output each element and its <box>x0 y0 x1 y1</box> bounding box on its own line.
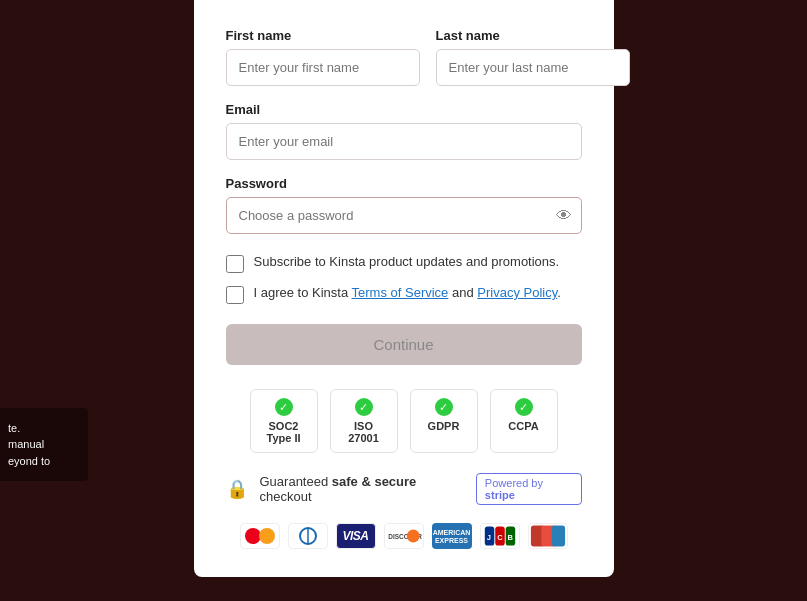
badge-ccpa: ✓ CCPA <box>490 389 558 453</box>
soc2-check-icon: ✓ <box>275 398 293 416</box>
password-input[interactable] <box>226 197 582 234</box>
iso-label: ISO27001 <box>348 420 379 444</box>
badge-soc2: ✓ SOC2Type II <box>250 389 318 453</box>
amex-icon: AMERICAN EXPRESS <box>432 523 472 549</box>
jcb-icon: J C B <box>480 523 520 549</box>
last-name-label: Last name <box>436 28 630 43</box>
secure-text: Guaranteed safe & secure checkout <box>260 474 464 504</box>
password-field: Password 👁 <box>226 176 582 234</box>
last-name-field: Last name <box>436 28 630 86</box>
sidebar-hint: te.manualeyond to <box>0 408 88 482</box>
svg-text:C: C <box>497 533 503 542</box>
email-row: Email <box>226 102 582 160</box>
first-name-label: First name <box>226 28 420 43</box>
svg-point-4 <box>406 530 419 543</box>
svg-text:J: J <box>486 533 490 542</box>
tos-checkbox-row: I agree to Kinsta Terms of Service and P… <box>226 285 582 304</box>
first-name-input[interactable] <box>226 49 420 86</box>
email-field: Email <box>226 102 582 160</box>
subscribe-checkbox-row: Subscribe to Kinsta product updates and … <box>226 254 582 273</box>
password-wrapper: 👁 <box>226 197 582 234</box>
badge-gdpr: ✓ GDPR <box>410 389 478 453</box>
mastercard-icon <box>240 523 280 549</box>
subscribe-checkbox[interactable] <box>226 255 244 273</box>
stripe-badge: Powered by stripe <box>476 473 582 505</box>
gdpr-label: GDPR <box>428 420 460 432</box>
email-input[interactable] <box>226 123 582 160</box>
tos-label[interactable]: I agree to Kinsta Terms of Service and P… <box>254 285 561 300</box>
email-label: Email <box>226 102 582 117</box>
password-label: Password <box>226 176 582 191</box>
ccpa-label: CCPA <box>508 420 538 432</box>
form-card: First name Last name Email Password 👁 Su… <box>194 0 614 577</box>
trust-badges: ✓ SOC2Type II ✓ ISO27001 ✓ GDPR ✓ CCPA <box>226 389 582 453</box>
discover-icon: DISCOVER <box>384 523 424 549</box>
stripe-label: stripe <box>485 489 515 501</box>
continue-button[interactable]: Continue <box>226 324 582 365</box>
unionpay-icon <box>528 523 568 549</box>
tos-checkbox[interactable] <box>226 286 244 304</box>
badge-iso: ✓ ISO27001 <box>330 389 398 453</box>
subscribe-label[interactable]: Subscribe to Kinsta product updates and … <box>254 254 560 269</box>
password-row: Password 👁 <box>226 176 582 234</box>
first-name-field: First name <box>226 28 420 86</box>
iso-check-icon: ✓ <box>355 398 373 416</box>
last-name-input[interactable] <box>436 49 630 86</box>
lock-icon: 🔒 <box>226 478 248 500</box>
diners-icon <box>288 523 328 549</box>
privacy-link[interactable]: Privacy Policy <box>477 285 557 300</box>
terms-link[interactable]: Terms of Service <box>352 285 449 300</box>
secure-checkout-row: 🔒 Guaranteed safe & secure checkout Powe… <box>226 473 582 505</box>
visa-icon: VISA <box>336 523 376 549</box>
payment-cards-row: VISA DISCOVER AMERICAN EXPRESS J C B <box>226 523 582 549</box>
soc2-label: SOC2Type II <box>266 420 300 444</box>
name-row: First name Last name <box>226 28 582 86</box>
svg-rect-15 <box>551 526 564 547</box>
svg-text:B: B <box>507 533 513 542</box>
ccpa-check-icon: ✓ <box>515 398 533 416</box>
gdpr-check-icon: ✓ <box>435 398 453 416</box>
toggle-password-icon[interactable]: 👁 <box>556 207 572 225</box>
